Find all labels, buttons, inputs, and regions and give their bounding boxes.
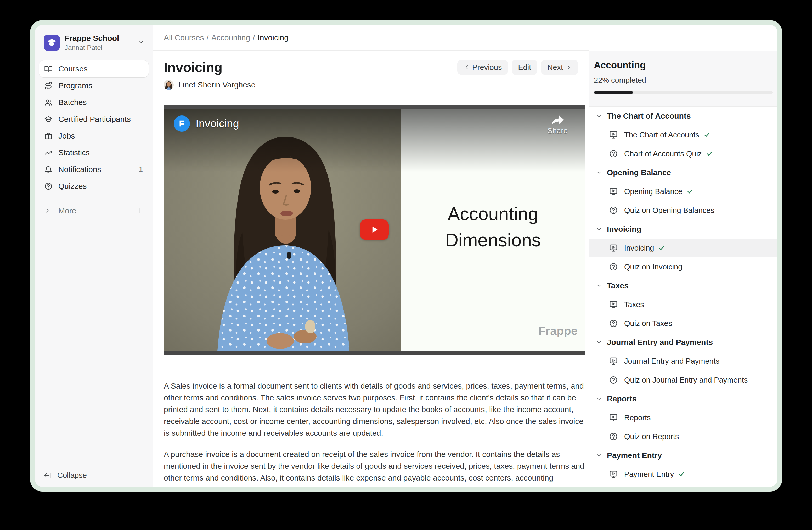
next-button[interactable]: Next [541,60,578,75]
video-share-label: Share [548,126,568,135]
workspace-user: Jannat Patel [64,44,119,52]
lesson-title: Reports [624,414,651,422]
lesson-title: Quiz on Invoicing [624,263,682,271]
lesson-quiz-on-reports[interactable]: Quiz on Reports [589,427,778,446]
lesson-title: The Chart of Accounts [624,131,699,139]
progress-label: 22% completed [594,76,773,85]
chapter-journal-entry-and-payments[interactable]: Journal Entry and Payments [589,333,778,352]
course-outline: The Chart of AccountsThe Chart of Accoun… [589,107,778,487]
lesson-title: Journal Entry and Payments [624,357,720,365]
video-letterbox-top [164,105,585,109]
edit-button-label: Edit [518,63,531,72]
lesson-invoicing[interactable]: Invoicing [589,239,778,257]
page-title: Invoicing [164,59,222,75]
sidebar-item-notifications[interactable]: Notifications1 [39,161,149,178]
video-lesson-icon [609,470,618,479]
app-surface: Frappe School Jannat Patel CoursesProgra… [35,25,778,487]
chapter-payment-entry[interactable]: Payment Entry [589,446,778,465]
sidebar-item-quizzes[interactable]: Quizzes [39,178,149,195]
chevron-down-icon [137,39,144,46]
completed-check-icon [704,131,710,138]
lesson-opening-balance[interactable]: Opening Balance [589,182,778,201]
sidebar-more[interactable]: More [39,203,149,219]
lesson-quiz-on-invoicing[interactable]: Quiz on Invoicing [589,257,778,276]
lesson-reports[interactable]: Reports [589,408,778,427]
sidebar-item-label: Statistics [58,148,90,157]
sidebar-item-statistics[interactable]: Statistics [39,144,149,161]
chapter-title: Taxes [607,281,629,290]
main-area: All Courses / Accounting / Invoicing Inv… [153,25,589,487]
sidebar-item-label: Certified Participants [58,115,131,124]
lesson-content: Invoicing Previous Edit Next [153,51,589,487]
breadcrumb-accounting[interactable]: Accounting [212,33,250,42]
video-share-button[interactable]: Share [548,114,568,135]
chapter-the-chart-of-accounts[interactable]: The Chart of Accounts [589,107,778,125]
breadcrumb-separator: / [206,33,208,42]
youtube-play-button[interactable] [360,220,389,240]
chevron-left-icon [464,64,470,70]
sidebar-item-label: Jobs [58,131,75,140]
breadcrumb-all-courses[interactable]: All Courses [164,33,204,42]
lesson-quiz-on-taxes[interactable]: Quiz on Taxes [589,314,778,333]
video-lesson-icon [609,413,618,422]
previous-button[interactable]: Previous [457,60,508,75]
sidebar-item-programs[interactable]: Programs [39,77,149,94]
lesson-title: Opening Balance [624,187,682,196]
lesson-title: Taxes [624,301,644,309]
chevron-down-icon [596,113,602,119]
lesson-title: Invoicing [624,244,654,252]
video-overlay-title: Invoicing [196,117,239,130]
video-player[interactable]: Accounting Dimensions Frappe Invoicing [164,105,585,355]
completed-check-icon [706,150,713,157]
lesson-journal-entry-and-payments[interactable]: Journal Entry and Payments [589,352,778,371]
quiz-icon [609,262,618,271]
sidebar-item-courses[interactable]: Courses [39,60,149,77]
sidebar-item-jobs[interactable]: Jobs [39,127,149,144]
lesson-the-chart-of-accounts[interactable]: The Chart of Accounts [589,125,778,144]
lesson-quiz-on-journal-entry-and-payments[interactable]: Quiz on Journal Entry and Payments [589,371,778,389]
collapse-arrow-icon [44,471,52,479]
chapter-reports[interactable]: Reports [589,389,778,408]
left-sidebar: Frappe School Jannat Patel CoursesProgra… [35,25,153,487]
sidebar-item-batches[interactable]: Batches [39,94,149,111]
breadcrumb-current: Invoicing [258,33,289,42]
sidebar-item-label: Notifications [58,165,101,174]
lesson-paragraph: A purchase invoice is a document created… [164,448,585,487]
chapter-invoicing[interactable]: Invoicing [589,220,778,239]
course-title: Accounting [594,60,773,71]
sidebar-collapse-button[interactable]: Collapse [44,468,87,483]
chevron-down-icon [596,396,602,402]
sidebar-item-label: Programs [58,81,92,90]
quiz-icon [609,149,618,158]
video-letterbox-bottom [164,351,585,355]
progress-bar-fill [594,92,633,94]
completed-check-icon [687,188,694,195]
chapter-title: The Chart of Accounts [607,112,691,121]
edit-button[interactable]: Edit [512,60,537,75]
lesson-chart-of-accounts-quiz[interactable]: Chart of Accounts Quiz [589,144,778,163]
frappe-school-logo [44,34,60,51]
workspace-switcher[interactable]: Frappe School Jannat Patel [44,34,146,52]
next-button-label: Next [547,63,563,72]
frappe-watermark: Frappe [538,324,578,337]
quiz-icon [609,376,618,385]
video-lesson-icon [609,300,618,309]
breadcrumb: All Courses / Accounting / Invoicing [153,25,589,51]
completed-check-icon [658,245,665,251]
users-icon [44,98,53,107]
sidebar-item-label: Batches [58,98,87,107]
video-title-overlay[interactable]: Invoicing [174,115,239,132]
lesson-payment-entry[interactable]: Payment Entry [589,465,778,484]
chapter-taxes[interactable]: Taxes [589,276,778,295]
sidebar-item-certified-participants[interactable]: Certified Participants [39,111,149,127]
slide-title: Accounting Dimensions [420,201,566,253]
sidebar-item-label: Courses [58,65,88,73]
plus-icon[interactable] [136,207,144,215]
graduation-cap-icon [44,115,53,123]
chapter-opening-balance[interactable]: Opening Balance [589,163,778,182]
lesson-taxes[interactable]: Taxes [589,295,778,314]
progress-bar [594,92,773,94]
lesson-quiz-on-opening-balances[interactable]: Quiz on Opening Balances [589,201,778,220]
video-lesson-icon [609,187,618,196]
quiz-icon [609,319,618,328]
